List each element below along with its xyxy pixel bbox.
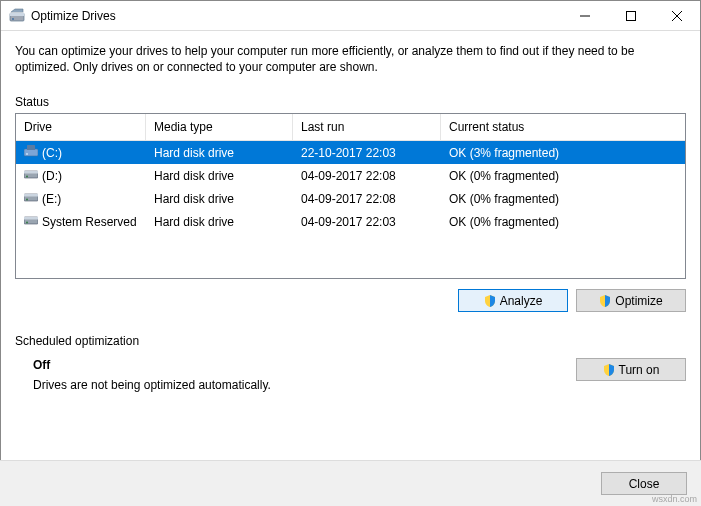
list-header: Drive Media type Last run Current status [16, 114, 685, 141]
scheduled-section-label: Scheduled optimization [15, 334, 686, 348]
svg-rect-1 [10, 13, 24, 16]
drives-listview[interactable]: Drive Media type Last run Current status… [15, 113, 686, 279]
svg-point-2 [12, 18, 14, 20]
analyze-button[interactable]: Analyze [458, 289, 568, 312]
app-icon [9, 8, 25, 24]
table-row[interactable]: (E:)Hard disk drive04-09-2017 22:08OK (0… [16, 187, 685, 210]
table-row[interactable]: (D:)Hard disk drive04-09-2017 22:08OK (0… [16, 164, 685, 187]
drive-icon [24, 145, 38, 160]
column-header-media[interactable]: Media type [146, 114, 293, 140]
close-window-button[interactable] [654, 1, 700, 31]
footer: Close [0, 460, 701, 506]
scheduled-subtext: Drives are not being optimized automatic… [33, 378, 271, 392]
content-panel: You can optimize your drives to help you… [1, 31, 700, 404]
table-row[interactable]: System ReservedHard disk drive04-09-2017… [16, 210, 685, 233]
media-type: Hard disk drive [146, 188, 293, 210]
status-section-label: Status [15, 95, 686, 109]
optimize-button[interactable]: Optimize [576, 289, 686, 312]
svg-rect-8 [27, 145, 35, 150]
svg-rect-14 [24, 194, 38, 197]
turn-on-button[interactable]: Turn on [576, 358, 686, 381]
maximize-icon [626, 11, 636, 21]
svg-point-15 [26, 199, 28, 201]
svg-point-12 [26, 176, 28, 178]
titlebar: Optimize Drives [1, 1, 700, 31]
drive-name: System Reserved [42, 215, 137, 229]
turn-on-button-label: Turn on [619, 363, 660, 377]
svg-rect-17 [24, 217, 38, 220]
window-title: Optimize Drives [31, 9, 116, 23]
drive-icon [24, 168, 38, 183]
drive-name: (D:) [42, 169, 62, 183]
svg-point-9 [26, 153, 28, 155]
media-type: Hard disk drive [146, 211, 293, 233]
current-status: OK (3% fragmented) [441, 142, 685, 164]
svg-rect-11 [24, 171, 38, 174]
drive-name: (E:) [42, 192, 61, 206]
drive-icon [24, 214, 38, 229]
close-button[interactable]: Close [601, 472, 687, 495]
minimize-icon [580, 11, 590, 21]
svg-rect-7 [24, 149, 38, 156]
last-run: 04-09-2017 22:03 [293, 211, 441, 233]
maximize-button[interactable] [608, 1, 654, 31]
optimize-button-label: Optimize [615, 294, 662, 308]
column-header-drive[interactable]: Drive [16, 114, 146, 140]
drive-icon [24, 191, 38, 206]
last-run: 04-09-2017 22:08 [293, 188, 441, 210]
current-status: OK (0% fragmented) [441, 211, 685, 233]
last-run: 22-10-2017 22:03 [293, 142, 441, 164]
current-status: OK (0% fragmented) [441, 165, 685, 187]
last-run: 04-09-2017 22:08 [293, 165, 441, 187]
drive-name: (C:) [42, 146, 62, 160]
media-type: Hard disk drive [146, 142, 293, 164]
description-text: You can optimize your drives to help you… [15, 43, 686, 75]
shield-icon [599, 295, 611, 307]
action-button-row: Analyze Optimize [15, 289, 686, 312]
column-header-last-run[interactable]: Last run [293, 114, 441, 140]
scheduled-state: Off [33, 358, 271, 372]
minimize-button[interactable] [562, 1, 608, 31]
shield-icon [484, 295, 496, 307]
close-icon [672, 11, 682, 21]
scheduled-block: Off Drives are not being optimized autom… [15, 358, 686, 392]
close-button-label: Close [629, 477, 660, 491]
current-status: OK (0% fragmented) [441, 188, 685, 210]
table-row[interactable]: (C:)Hard disk drive22-10-2017 22:03OK (3… [16, 141, 685, 164]
analyze-button-label: Analyze [500, 294, 543, 308]
shield-icon [603, 364, 615, 376]
svg-rect-4 [627, 11, 636, 20]
column-header-status[interactable]: Current status [441, 114, 685, 140]
svg-point-18 [26, 222, 28, 224]
media-type: Hard disk drive [146, 165, 293, 187]
